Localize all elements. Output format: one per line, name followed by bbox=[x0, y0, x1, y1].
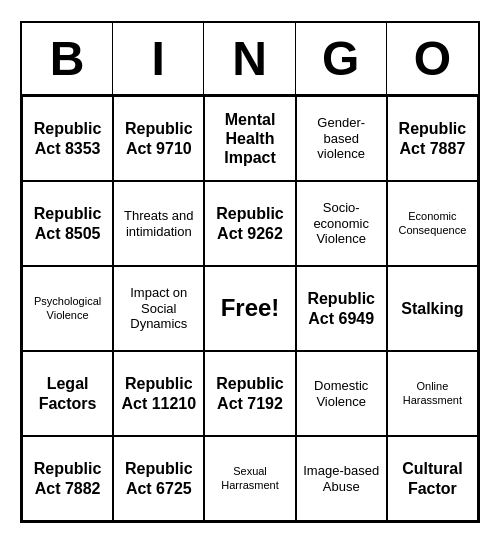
bingo-cell-20: Republic Act 7882 bbox=[22, 436, 113, 521]
bingo-cell-18: Domestic Violence bbox=[296, 351, 387, 436]
bingo-cell-19: Online Harassment bbox=[387, 351, 478, 436]
bingo-cell-8: Socio-economic Violence bbox=[296, 181, 387, 266]
bingo-cell-6: Threats and intimidation bbox=[113, 181, 204, 266]
bingo-header: BINGO bbox=[22, 23, 478, 96]
bingo-cell-3: Gender-based violence bbox=[296, 96, 387, 181]
bingo-cell-0: Republic Act 8353 bbox=[22, 96, 113, 181]
bingo-cell-16: Republic Act 11210 bbox=[113, 351, 204, 436]
bingo-cell-12: Free! bbox=[204, 266, 295, 351]
bingo-letter-n: N bbox=[204, 23, 295, 94]
bingo-cell-15: Legal Factors bbox=[22, 351, 113, 436]
bingo-cell-11: Impact on Social Dynamics bbox=[113, 266, 204, 351]
bingo-cell-21: Republic Act 6725 bbox=[113, 436, 204, 521]
bingo-letter-o: O bbox=[387, 23, 478, 94]
bingo-letter-g: G bbox=[296, 23, 387, 94]
bingo-cell-9: Economic Consequence bbox=[387, 181, 478, 266]
bingo-letter-b: B bbox=[22, 23, 113, 94]
bingo-letter-i: I bbox=[113, 23, 204, 94]
bingo-card: BINGO Republic Act 8353Republic Act 9710… bbox=[20, 21, 480, 523]
bingo-cell-2: Mental Health Impact bbox=[204, 96, 295, 181]
bingo-cell-24: Cultural Factor bbox=[387, 436, 478, 521]
bingo-grid: Republic Act 8353Republic Act 9710Mental… bbox=[22, 96, 478, 521]
bingo-cell-23: Image-based Abuse bbox=[296, 436, 387, 521]
bingo-cell-22: Sexual Harrasment bbox=[204, 436, 295, 521]
bingo-cell-5: Republic Act 8505 bbox=[22, 181, 113, 266]
bingo-cell-13: Republic Act 6949 bbox=[296, 266, 387, 351]
bingo-cell-1: Republic Act 9710 bbox=[113, 96, 204, 181]
bingo-cell-14: Stalking bbox=[387, 266, 478, 351]
bingo-cell-7: Republic Act 9262 bbox=[204, 181, 295, 266]
bingo-cell-4: Republic Act 7887 bbox=[387, 96, 478, 181]
bingo-cell-10: Psychological Violence bbox=[22, 266, 113, 351]
bingo-cell-17: Republic Act 7192 bbox=[204, 351, 295, 436]
